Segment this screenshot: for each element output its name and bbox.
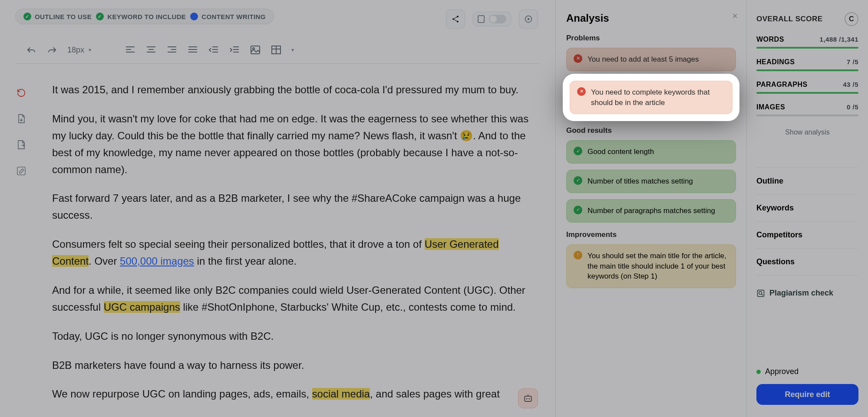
font-size-value: 18px	[67, 46, 84, 55]
dot-icon	[190, 13, 198, 20]
toggle-icon	[489, 15, 506, 23]
file-import-icon	[17, 114, 26, 124]
problem-text: You need to add at least 5 images	[587, 54, 699, 65]
step-content[interactable]: CONTENT WRITING	[190, 13, 266, 20]
import-button[interactable]	[15, 113, 27, 125]
nav-keywords[interactable]: Keywords	[756, 195, 858, 222]
paragraph: Fast forward 7 years later, and as a B2B…	[52, 190, 538, 224]
good-item[interactable]: ✓ Good content length	[566, 140, 736, 164]
metric-value: 1,488 /1,341	[820, 36, 858, 43]
svg-rect-9	[525, 396, 531, 401]
svg-point-2	[457, 21, 459, 23]
nav-outline[interactable]: Outline	[756, 167, 858, 195]
check-icon: ✓	[574, 176, 582, 185]
align-center-button[interactable]	[145, 44, 157, 56]
metric-paragraphs: PARAGRAPHS43 /5	[756, 81, 858, 94]
plagiarism-check-link[interactable]: Plagiarism check	[756, 289, 858, 298]
share-button[interactable]	[446, 10, 465, 29]
close-analysis-button[interactable]: ×	[732, 10, 738, 22]
problem-item[interactable]: ✕ You need to add at least 5 images	[566, 48, 736, 71]
align-justify-button[interactable]	[187, 44, 198, 56]
show-analysis-link[interactable]: Show analysis	[756, 128, 858, 136]
keyword-highlight: social media	[312, 388, 370, 400]
editor-toolbar: 18px ▾ ▾	[15, 40, 540, 64]
align-right-button[interactable]	[166, 44, 178, 56]
step-content-label: CONTENT WRITING	[201, 13, 266, 20]
workflow-steps: ✓ OUTLINE TO USE ✓ KEYWORD TO INCLUDE CO…	[15, 9, 274, 24]
outdent-button[interactable]	[208, 44, 219, 56]
good-item[interactable]: ✓ Number of titles matches setting	[566, 170, 736, 193]
document-body[interactable]: It was 2015, and I remember anxiously gr…	[52, 82, 538, 415]
link[interactable]: 500,000 images	[120, 255, 194, 267]
insert-table-button[interactable]	[271, 44, 282, 56]
good-text: Good content length	[587, 147, 654, 157]
svg-rect-12	[758, 290, 764, 296]
step-keyword[interactable]: ✓ KEYWORD TO INCLUDE	[96, 13, 186, 20]
metric-headings: HEADINGS7 /5	[756, 58, 858, 71]
metric-images: IMAGES0 /5	[756, 103, 858, 116]
export-button[interactable]	[15, 139, 27, 151]
metric-label: WORDS	[756, 36, 784, 43]
paragraph: It was 2015, and I remember anxiously gr…	[52, 82, 538, 99]
check-icon: ✓	[23, 13, 31, 20]
nav-questions[interactable]: Questions	[756, 249, 858, 276]
warning-icon: !	[574, 251, 582, 259]
robot-icon	[523, 394, 533, 403]
shield-search-icon	[756, 289, 765, 298]
svg-rect-3	[478, 16, 484, 23]
history-button[interactable]	[15, 87, 27, 99]
improvement-text: You should set the main title for the ar…	[587, 251, 729, 282]
paragraph: Mind you, it wasn't my love for coke tha…	[52, 111, 538, 178]
align-left-button[interactable]	[125, 44, 136, 56]
nav-competitors[interactable]: Competitors	[756, 222, 858, 249]
problem-item[interactable]: ✕ You need to complete keywords that sho…	[570, 81, 733, 115]
indent-button[interactable]	[229, 44, 240, 56]
play-icon	[524, 15, 533, 23]
status-dot-icon	[756, 370, 761, 374]
insert-image-button[interactable]	[250, 44, 261, 56]
step-outline-label: OUTLINE TO USE	[35, 13, 92, 20]
metric-words: WORDS1,488 /1,341	[756, 36, 858, 49]
chevron-down-icon: ▾	[89, 47, 91, 53]
svg-rect-5	[251, 46, 260, 54]
paragraph: And for a while, it seemed like only B2C…	[52, 282, 538, 316]
progress-bar	[756, 47, 858, 49]
score-badge: C	[845, 12, 858, 26]
problem-text: You need to complete keywords that shoul…	[591, 87, 725, 108]
check-icon: ✓	[574, 147, 582, 155]
metric-label: IMAGES	[756, 103, 785, 111]
progress-bar	[756, 115, 858, 116]
reader-mode-toggle[interactable]	[473, 12, 511, 26]
good-text: Number of paragraphs matches setting	[587, 206, 715, 216]
analysis-title: Analysis	[566, 12, 736, 24]
progress-bar	[756, 92, 858, 94]
redo-button[interactable]	[46, 44, 58, 56]
history-icon	[17, 88, 26, 98]
error-icon: ✕	[577, 87, 586, 96]
undo-button[interactable]	[26, 44, 37, 56]
ai-assistant-button[interactable]	[518, 388, 538, 408]
metric-label: HEADINGS	[756, 58, 795, 66]
paragraph: Today, UGC is no longer synonymous with …	[52, 328, 538, 345]
metric-label: PARAGRAPHS	[756, 81, 808, 89]
check-icon: ✓	[574, 206, 582, 214]
improvement-item[interactable]: ! You should set the main title for the …	[566, 244, 736, 288]
svg-point-10	[526, 398, 527, 399]
pencil-icon	[17, 167, 26, 175]
metric-value: 43 /5	[843, 81, 858, 89]
svg-point-0	[457, 16, 459, 17]
problems-heading: Problems	[566, 34, 736, 43]
paragraph: We now repurpose UGC on landing pages, a…	[52, 386, 538, 403]
chevron-down-icon[interactable]: ▾	[291, 47, 294, 53]
improvements-heading: Improvements	[566, 230, 736, 239]
font-size-select[interactable]: 18px ▾	[67, 46, 115, 55]
good-item[interactable]: ✓ Number of paragraphs matches setting	[566, 199, 736, 223]
play-button[interactable]	[519, 10, 538, 29]
good-results-heading: Good results	[566, 126, 736, 135]
share-icon	[451, 15, 460, 23]
book-icon	[478, 15, 485, 23]
edit-button[interactable]	[15, 165, 27, 177]
paragraph: Consumers felt so special seeing their p…	[52, 236, 538, 270]
require-edit-button[interactable]: Require edit	[756, 384, 858, 405]
step-outline[interactable]: ✓ OUTLINE TO USE	[23, 13, 92, 20]
